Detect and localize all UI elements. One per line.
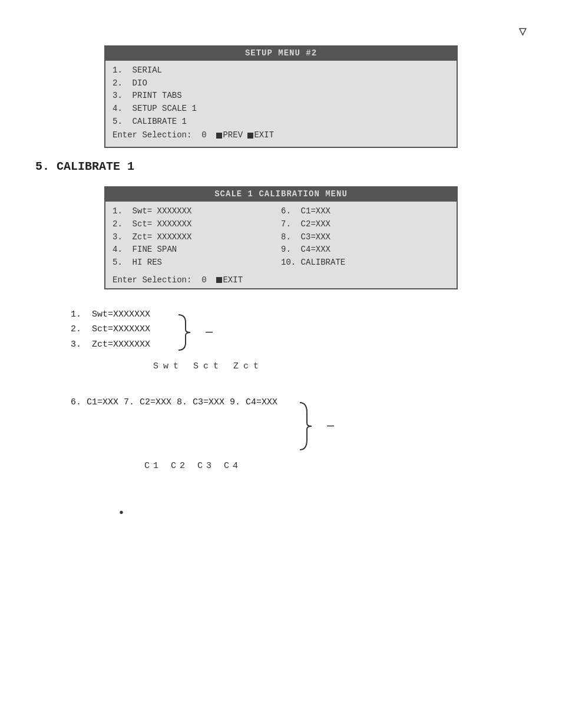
c-arrow-right: — (327, 419, 334, 433)
c-item-3: 8. C3=XXX (177, 397, 224, 407)
cal-item-8: 8. C3=XXX (281, 231, 449, 244)
setup-item-5: 5. CALIBRATE 1 (113, 116, 449, 129)
cal-col-left: 1. Swt= XXXXXXX 2. Sct= XXXXXXX 3. Zct= … (113, 205, 281, 269)
prev-key-icon (216, 133, 222, 139)
triangle-area: ▽ (35, 24, 527, 39)
setup-item-4: 4. SETUP SCALE 1 (113, 103, 449, 116)
cal-exit-key-icon (216, 277, 222, 283)
c-item-2: 7. C2=XXX (124, 397, 171, 407)
c-labels-row: C1 C2 C3 C4 (144, 461, 527, 471)
setup-item-3: 3. PRINT TABS (113, 90, 449, 103)
cal-item-3: 3. Zct= XXXXXXX (113, 231, 281, 244)
cal-item-2: 2. Sct= XXXXXXX (113, 218, 281, 231)
cal-item-7: 7. C2=XXX (281, 218, 449, 231)
swt-item-3: 3. Zct=XXXXXXX (71, 337, 150, 353)
c-brace-diagram: — (295, 400, 334, 453)
calibration-menu-box: SCALE 1 CALIBRATION MENU 1. Swt= XXXXXXX… (104, 186, 458, 289)
bullet-section: • (118, 506, 527, 520)
c-items-list: 6. C1=XXX 7. C2=XXX 8. C3=XXX 9. C4=XXX (71, 395, 277, 410)
swt-items-list: 1. Swt=XXXXXXX 2. Sct=XXXXXXX 3. Zct=XXX… (71, 307, 150, 353)
cal-enter-line: Enter Selection: 0 EXIT (105, 274, 457, 288)
swt-items-section: 1. Swt=XXXXXXX 2. Sct=XXXXXXX 3. Zct=XXX… (71, 307, 527, 353)
cal-col-right: 6. C1=XXX 7. C2=XXX 8. C3=XXX 9. C4=XXX … (281, 205, 449, 269)
swt-item-2: 2. Sct=XXXXXXX (71, 322, 150, 337)
c-brace-svg (295, 400, 325, 453)
brace-svg (174, 312, 203, 353)
page-container: ▽ SETUP MENU #2 1. SERIAL 2. DIO 3. PRIN… (35, 24, 527, 520)
setup-item-2: 2. DIO (113, 77, 449, 90)
swt-labels-row: Swt Sct Zct (153, 361, 527, 371)
cal-item-9: 9. C4=XXX (281, 243, 449, 256)
calibration-menu-body: 1. Swt= XXXXXXX 2. Sct= XXXXXXX 3. Zct= … (105, 202, 457, 274)
brace-diagram: — (174, 312, 213, 353)
cal-item-5: 5. HI RES (113, 256, 281, 269)
swt-item-1: 1. Swt=XXXXXXX (71, 307, 150, 322)
c-items-section: 6. C1=XXX 7. C2=XXX 8. C3=XXX 9. C4=XXX … (71, 395, 527, 453)
setup-menu-title: SETUP MENU #2 (105, 47, 457, 61)
calibration-menu-title: SCALE 1 CALIBRATION MENU (105, 187, 457, 202)
section-heading: 5. CALIBRATE 1 (35, 160, 527, 173)
triangle-symbol: ▽ (519, 24, 527, 39)
setup-item-1: 1. SERIAL (113, 64, 449, 77)
cal-item-6: 6. C1=XXX (281, 205, 449, 218)
cal-item-1: 1. Swt= XXXXXXX (113, 205, 281, 218)
c-item-1: 6. C1=XXX (71, 397, 118, 407)
cal-item-10: 10. CALIBRATE (281, 256, 449, 269)
c-item-4: 9. C4=XXX (230, 397, 277, 407)
setup-menu-body: 1. SERIAL 2. DIO 3. PRINT TABS 4. SETUP … (105, 61, 457, 147)
cal-item-4: 4. FINE SPAN (113, 243, 281, 256)
setup-enter-line: Enter Selection: 0 PREV EXIT (113, 129, 449, 142)
setup-menu-box: SETUP MENU #2 1. SERIAL 2. DIO 3. PRINT … (104, 45, 458, 148)
exit-key-icon (247, 133, 253, 139)
arrow-right: — (206, 325, 213, 339)
